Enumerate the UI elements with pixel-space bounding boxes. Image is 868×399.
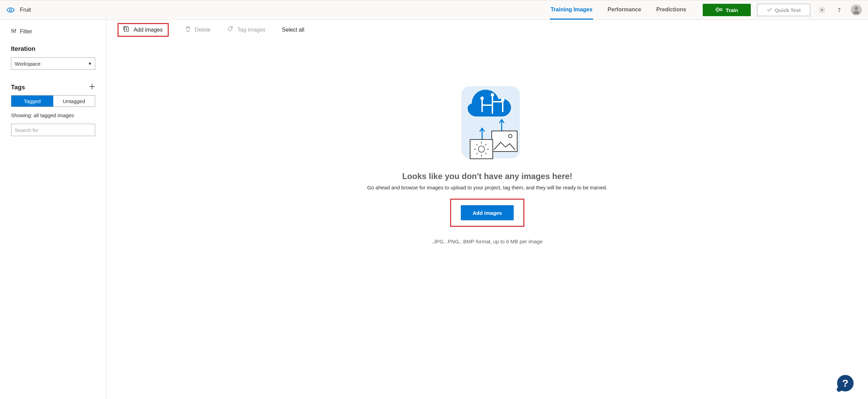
filter-label: Filter — [20, 29, 32, 35]
svg-point-11 — [13, 31, 14, 32]
tab-training-images[interactable]: Training Images — [550, 0, 593, 20]
check-icon — [767, 7, 772, 13]
brand: Fruit — [6, 5, 31, 14]
toggle-tagged[interactable]: Tagged — [11, 96, 53, 107]
toolbar-select-all[interactable]: Select all — [282, 27, 304, 33]
main: Add images Delete Tag images — [107, 20, 868, 399]
header-right: Train Quick Test — [703, 4, 862, 16]
svg-point-6 — [839, 11, 839, 12]
chevron-down-icon: ▾ — [89, 60, 91, 67]
highlight-add-images-primary: Add images — [450, 199, 524, 227]
tag-search-input[interactable] — [11, 124, 95, 136]
project-name[interactable]: Fruit — [20, 7, 31, 13]
quick-test-label: Quick Test — [775, 7, 801, 13]
svg-point-13 — [15, 30, 16, 31]
toolbar-delete-label: Delete — [195, 27, 211, 33]
svg-point-2 — [717, 9, 718, 10]
svg-point-9 — [12, 30, 13, 31]
sidebar: Filter Iteration Workspace ▾ Tags Tagged… — [0, 20, 107, 399]
iteration-title: Iteration — [11, 45, 95, 53]
tab-predictions[interactable]: Predictions — [656, 0, 687, 20]
svg-point-21 — [231, 27, 232, 28]
train-button-label: Train — [726, 7, 738, 13]
svg-point-0 — [10, 9, 12, 11]
svg-point-7 — [855, 7, 858, 10]
svg-point-4 — [721, 9, 722, 10]
iteration-selected-value: Workspace — [15, 61, 41, 67]
empty-title: Looks like you don't have any images her… — [402, 171, 572, 181]
toolbar-delete: Delete — [185, 26, 211, 34]
toolbar: Add images Delete Tag images — [107, 20, 868, 40]
train-button[interactable]: Train — [703, 4, 751, 16]
toolbar-add-images-label: Add images — [134, 27, 163, 33]
help-fab[interactable]: ? — [836, 374, 855, 394]
svg-point-5 — [821, 9, 823, 11]
top-bar: Fruit Training Images Performance Predic… — [0, 0, 868, 20]
showing-text: Showing: all tagged images — [11, 112, 95, 118]
toggle-untagged[interactable]: Untagged — [53, 96, 95, 107]
filter-row[interactable]: Filter — [11, 28, 95, 35]
tab-performance[interactable]: Performance — [607, 0, 642, 20]
tags-header: Tags — [11, 83, 95, 92]
quick-test-button[interactable]: Quick Test — [757, 4, 810, 16]
format-hint: .JPG, .PNG, .BMP format, up to 6 MB per … — [432, 239, 543, 244]
add-images-icon — [123, 26, 130, 34]
add-tag-button[interactable] — [89, 83, 95, 92]
toolbar-add-images[interactable]: Add images — [123, 26, 163, 34]
filter-icon — [11, 28, 16, 35]
avatar[interactable] — [851, 4, 862, 15]
empty-subtitle: Go ahead and browse for images to upload… — [367, 185, 608, 190]
tag-icon — [227, 26, 233, 34]
toolbar-tag-images-label: Tag images — [237, 27, 266, 33]
help-icon[interactable] — [834, 4, 845, 15]
settings-icon[interactable] — [816, 4, 827, 15]
empty-state: Looks like you don't have any images her… — [107, 40, 868, 399]
add-images-button[interactable]: Add images — [461, 205, 513, 220]
highlight-add-images: Add images — [118, 23, 169, 37]
trash-icon — [185, 26, 191, 34]
svg-text:?: ? — [842, 377, 848, 389]
toolbar-tag-images: Tag images — [227, 26, 266, 34]
svg-rect-28 — [492, 131, 517, 152]
nav-tabs: Training Images Performance Predictions — [550, 0, 703, 20]
tag-filter-toggle: Tagged Untagged — [11, 95, 95, 107]
tags-title: Tags — [11, 84, 25, 91]
iteration-select[interactable]: Workspace ▾ — [11, 57, 95, 70]
gears-icon — [715, 7, 723, 14]
content: Filter Iteration Workspace ▾ Tags Tagged… — [0, 20, 868, 399]
eye-gear-icon — [6, 5, 15, 14]
empty-illustration — [451, 81, 523, 161]
